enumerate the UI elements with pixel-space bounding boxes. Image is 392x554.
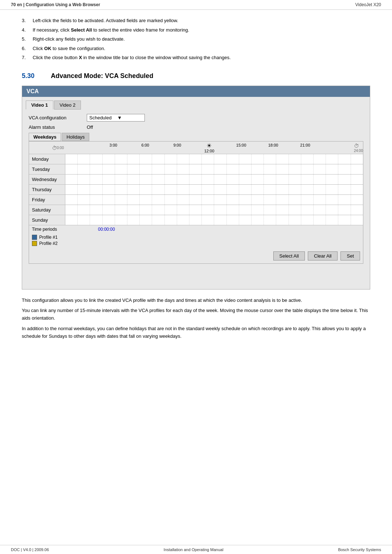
day-label-thursday: Thursday [29,185,65,194]
profile-2-checkbox[interactable] [32,241,37,246]
ruler-label-2100: 21:00 [289,143,321,153]
clear-all-button[interactable]: Clear All [308,251,338,260]
vca-panel: VCA Video 1 Video 2 VCA configuration Sc… [22,86,370,290]
time-label-start: 0:00 [57,146,64,150]
clock-icon-right: ⏱ [354,143,359,149]
day-grid-wednesday[interactable] [65,175,363,184]
select-all-button[interactable]: Select All [273,251,305,260]
profile-row-1: Profile #1 [32,235,360,240]
section-number: 5.30 [22,72,51,80]
time-periods-value: 00:00:00 [65,227,115,232]
time-periods-row: Time periods 00:00:00 [29,225,363,233]
day-grid-sunday[interactable] [65,215,363,225]
list-item: 5. Right-click any fields you wish to de… [22,36,370,43]
alarm-status-value: Off [87,124,93,130]
vca-panel-body: Video 1 Video 2 VCA configuration Schedu… [22,97,370,289]
description-3: In addition to the normal weekdays, you … [22,325,370,340]
day-row-saturday: Saturday [29,205,363,215]
tab-video1[interactable]: Video 1 [26,100,53,110]
vca-config-row: VCA configuration Scheduled ▼ [26,114,366,122]
day-label-wednesday: Wednesday [29,175,65,184]
ruler-label-600: 6:00 [129,143,161,153]
profiles-section: Profile #1 Profile #2 [29,233,363,249]
profile-2-label: Profile #2 [39,241,58,246]
description-2: You can link any number of 15-minute int… [22,307,370,322]
profile-1-checkbox[interactable] [32,235,37,240]
day-row-friday: Friday [29,194,363,205]
clock-icon-left: ⏱ [52,145,57,151]
alarm-status-row: Alarm status Off [26,124,366,130]
ruler-main: 3:00 6:00 9:00 ☀ 12:00 15:00 18:00 21:00 [65,143,353,153]
day-row-sunday: Sunday [29,215,363,225]
day-label-sunday: Sunday [29,215,65,225]
day-label-saturday: Saturday [29,205,65,215]
day-label-tuesday: Tuesday [29,164,65,174]
time-label-end: 24:00 [354,149,363,153]
day-row-monday: Monday [29,154,363,164]
empty-area [26,264,366,286]
list-item: 7. Click the close button X in the windo… [22,54,370,61]
header-right: VideoJet X20 [355,2,381,7]
ruler-label-300: 3:00 [97,143,129,153]
profile-row-2: Profile #2 [32,241,360,246]
tab-video2[interactable]: Video 2 [54,100,81,110]
buttons-row: Select All Clear All Set [29,249,363,263]
description-1: This configuration allows you to link th… [22,297,370,304]
sun-icon: ☀ [193,143,225,149]
sub-tab-weekdays[interactable]: Weekdays [29,133,61,141]
video-tabs-row: Video 1 Video 2 [26,100,366,110]
vca-panel-title: VCA [22,86,370,97]
page-wrapper: 70 en | Configuration Using a Web Browse… [0,0,392,554]
section-heading: 5.30 Advanced Mode: VCA Scheduled [22,72,370,80]
day-grid-monday[interactable] [65,154,363,164]
instructions-list: 3. Left-click the fields to be activated… [22,17,370,61]
list-item: 4. If necessary, click Select All to sel… [22,26,370,34]
header-left: 70 en | Configuration Using a Web Browse… [11,2,100,7]
ruler-label-1500: 15:00 [225,143,257,153]
main-content: 3. Left-click the fields to be activated… [0,10,392,545]
list-item: 6. Click OK to save the configuration. [22,45,370,52]
footer-center: Installation and Operating Manual [164,547,224,552]
schedule-grid: ⏱ 0:00 3:00 6:00 9:00 ☀ 12: [29,141,363,264]
list-item: 3. Left-click the fields to be activated… [22,17,370,24]
day-row-thursday: Thursday [29,184,363,194]
dropdown-arrow-icon: ▼ [117,115,142,120]
day-grid-friday[interactable] [65,195,363,205]
profile-1-label: Profile #1 [39,235,58,240]
alarm-status-label: Alarm status [29,124,87,130]
ruler-left-icons: ⏱ 0:00 [29,145,65,151]
ruler-label-1800: 18:00 [257,143,289,153]
day-grid-tuesday[interactable] [65,164,363,174]
ruler-label-900: 9:00 [161,143,193,153]
sub-tabs-row: Weekdays Holidays [26,133,366,141]
day-label-monday: Monday [29,154,65,164]
day-row-tuesday: Tuesday [29,164,363,174]
ruler-label-0 [65,143,97,153]
set-button[interactable]: Set [340,251,360,260]
vca-config-label: VCA configuration [29,115,87,120]
footer-right: Bosch Security Systems [338,547,381,552]
footer-left: DOC | V4.0 | 2009.06 [11,547,49,552]
ruler-labels: 3:00 6:00 9:00 ☀ 12:00 15:00 18:00 21:00 [65,143,353,153]
ruler-right-icons: ⏱ 24:00 [353,143,363,153]
vca-config-dropdown[interactable]: Scheduled ▼ [87,114,145,122]
time-ruler-row: ⏱ 0:00 3:00 6:00 9:00 ☀ 12: [29,141,363,154]
ruler-label-2400 [321,143,353,153]
header-bar: 70 en | Configuration Using a Web Browse… [0,0,392,10]
day-row-wednesday: Wednesday [29,174,363,184]
vca-config-value: Scheduled [89,115,114,120]
day-label-friday: Friday [29,195,65,205]
day-grid-thursday[interactable] [65,185,363,194]
day-grid-saturday[interactable] [65,205,363,215]
section-title: Advanced Mode: VCA Scheduled [51,72,153,80]
footer-bar: DOC | V4.0 | 2009.06 Installation and Op… [0,545,392,554]
ruler-label-1200: ☀ 12:00 [193,143,225,153]
time-periods-label: Time periods [29,227,65,232]
sub-tab-holidays[interactable]: Holidays [62,133,89,141]
